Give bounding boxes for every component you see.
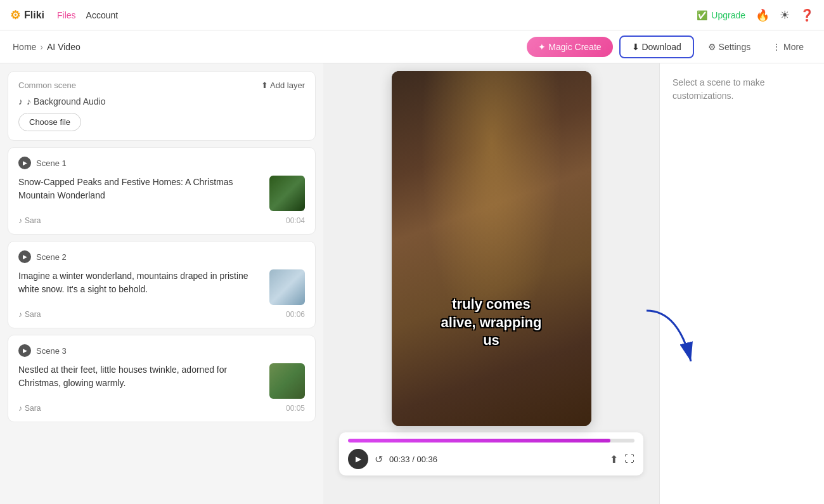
scene-2-voice: ♪ Sara — [18, 310, 41, 319]
scene-1-duration: 00:04 — [286, 216, 305, 225]
time-display: 00:33 / 00:36 — [389, 455, 437, 464]
fire-icon[interactable]: 🔥 — [756, 8, 769, 22]
scene-3-voice: ♪ Sara — [18, 404, 41, 413]
scene-2-card[interactable]: ▶ Scene 2 Imagine a winter wonderland, m… — [8, 241, 316, 328]
scene-3-play-icon: ▶ — [18, 344, 31, 357]
video-player[interactable]: truly comesalive, wrappingus — [392, 71, 591, 426]
play-pause-button[interactable]: ▶ — [348, 449, 368, 469]
add-layer-button[interactable]: ⬆ Add layer — [261, 81, 305, 90]
breadcrumb-bar: Home › AI Video ✦ Magic Create ⬇ Downloa… — [0, 30, 824, 63]
common-scene-card: Common scene ⬆ Add layer ♪ ♪ Background … — [8, 71, 316, 141]
magic-create-button[interactable]: ✦ Magic Create — [527, 37, 612, 57]
scene-3-card[interactable]: ▶ Scene 3 Nestled at their feet, little … — [8, 335, 316, 422]
scene-1-text: Snow-Capped Peaks and Festive Homes: A C… — [18, 176, 263, 211]
scene-2-title: Scene 2 — [36, 252, 67, 262]
player-bar: ▶ ↺ 00:33 / 00:36 ⬆ ⛶ — [339, 432, 643, 475]
player-controls: ▶ ↺ 00:33 / 00:36 ⬆ ⛶ — [348, 449, 634, 469]
topnav-right: ✅ Upgrade 🔥 ☀ ❓ — [697, 8, 814, 22]
scene-1-card[interactable]: ▶ Scene 1 Snow-Capped Peaks and Festive … — [8, 147, 316, 235]
left-panel: Common scene ⬆ Add layer ♪ ♪ Background … — [0, 63, 323, 504]
scene-1-footer: ♪ Sara 00:04 — [18, 216, 305, 225]
common-scene-header: Common scene ⬆ Add layer — [18, 81, 305, 90]
nav-links: Files Account — [57, 10, 118, 20]
download-button[interactable]: ⬇ Download — [619, 36, 694, 58]
nav-files[interactable]: Files — [57, 10, 76, 20]
scene-2-duration: 00:06 — [286, 310, 305, 319]
scene-2-footer: ♪ Sara 00:06 — [18, 310, 305, 319]
video-background: truly comesalive, wrappingus — [392, 71, 591, 426]
video-content: truly comesalive, wrappingus — [392, 71, 591, 426]
breadcrumb-home[interactable]: Home — [13, 42, 36, 52]
scene-3-thumbnail — [269, 363, 305, 399]
bg-audio-label: ♪ ♪ Background Audio — [18, 96, 305, 107]
choose-file-button[interactable]: Choose file — [18, 113, 81, 131]
nav-account[interactable]: Account — [86, 10, 119, 20]
scene-2-play-icon: ▶ — [18, 250, 31, 263]
topnav: ⚙ Fliki Files Account ✅ Upgrade 🔥 ☀ ❓ — [0, 0, 824, 30]
right-panel-placeholder: Select a scene to make customizations. — [673, 76, 811, 103]
voice-icon: ♪ — [18, 216, 22, 225]
brand[interactable]: ⚙ Fliki — [10, 8, 44, 22]
brand-name: Fliki — [24, 10, 44, 21]
video-subtitle: truly comesalive, wrappingus — [402, 295, 580, 350]
music-icon: ♪ — [18, 96, 23, 107]
scene-3-text: Nestled at their feet, little houses twi… — [18, 363, 263, 399]
scene-3-header: ▶ Scene 3 — [18, 344, 305, 357]
main-layout: Common scene ⬆ Add layer ♪ ♪ Background … — [0, 63, 824, 504]
replay-button[interactable]: ↺ — [375, 453, 383, 465]
scene-1-thumbnail — [269, 176, 305, 211]
scene-2-thumbnail — [269, 269, 305, 305]
center-panel: truly comesalive, wrappingus ▶ ↺ 00:33 /… — [323, 63, 659, 504]
scene-3-title: Scene 3 — [36, 346, 67, 356]
help-icon[interactable]: ❓ — [800, 8, 814, 22]
progress-bar-fill — [348, 439, 610, 443]
breadcrumb: Home › AI Video — [13, 42, 80, 52]
scene-3-footer: ♪ Sara 00:05 — [18, 404, 305, 413]
player-left: ▶ ↺ 00:33 / 00:36 — [348, 449, 437, 469]
upgrade-check-icon: ✅ — [697, 10, 707, 20]
scene-1-title: Scene 1 — [36, 158, 67, 168]
voice-icon-3: ♪ — [18, 404, 22, 413]
scene-3-body: Nestled at their feet, little houses twi… — [18, 363, 305, 399]
scene-2-header: ▶ Scene 2 — [18, 250, 305, 263]
player-right: ⬆ ⛶ — [610, 453, 634, 465]
scene-1-header: ▶ Scene 1 — [18, 157, 305, 169]
scene-1-body: Snow-Capped Peaks and Festive Homes: A C… — [18, 176, 305, 211]
right-panel: Select a scene to make customizations. — [659, 63, 824, 504]
breadcrumb-current: AI Video — [47, 42, 80, 52]
gear-icon: ⚙ — [10, 8, 20, 22]
breadcrumb-separator: › — [40, 42, 43, 52]
voice-icon-2: ♪ — [18, 310, 22, 319]
scene-1-voice: ♪ Sara — [18, 216, 41, 225]
common-scene-title: Common scene — [18, 81, 76, 90]
video-frame — [392, 71, 591, 426]
scene-2-text: Imagine a winter wonderland, mountains d… — [18, 269, 263, 305]
share-button[interactable]: ⬆ — [610, 453, 618, 465]
scene-3-duration: 00:05 — [286, 404, 305, 413]
upgrade-button[interactable]: ✅ Upgrade — [697, 10, 745, 20]
scene-1-play-icon: ▶ — [18, 157, 31, 169]
progress-bar-container[interactable] — [348, 439, 634, 443]
fullscreen-button[interactable]: ⛶ — [624, 453, 634, 465]
settings-button[interactable]: ⚙ Settings — [700, 37, 758, 57]
theme-icon[interactable]: ☀ — [780, 8, 790, 22]
toolbar-actions: ✦ Magic Create ⬇ Download ⚙ Settings ⋮ M… — [527, 36, 811, 58]
scene-2-body: Imagine a winter wonderland, mountains d… — [18, 269, 305, 305]
more-button[interactable]: ⋮ More — [764, 37, 811, 57]
